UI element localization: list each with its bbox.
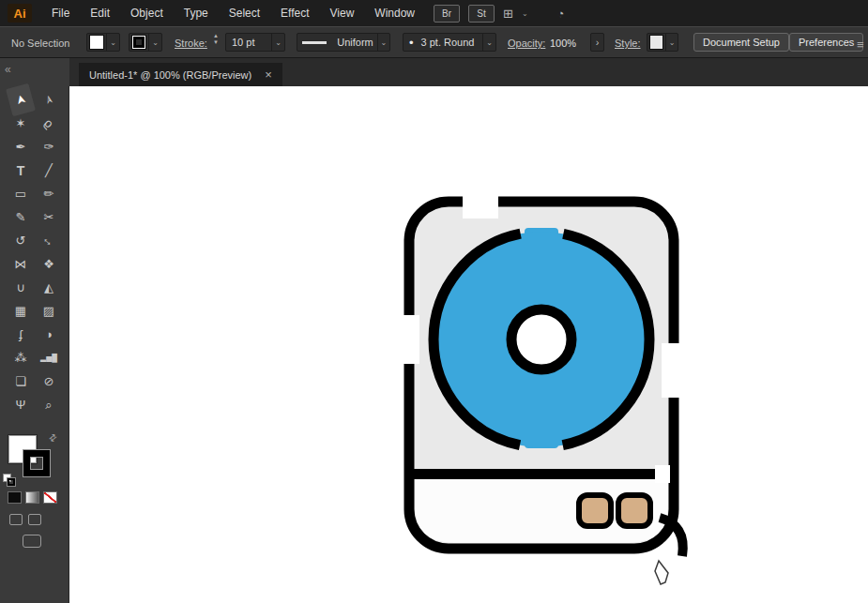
chevron-down-icon[interactable]: ⌄ [106, 34, 119, 51]
tool-eyedropper[interactable]: ʄ [7, 323, 35, 346]
tool-rectangle[interactable]: ▭ [7, 182, 35, 205]
profile-line-icon [302, 41, 327, 44]
document-tab-bar: Untitled-1* @ 100% (RGB/Preview) × [69, 58, 868, 86]
style-link[interactable]: Style: [615, 38, 641, 49]
close-icon[interactable]: × [265, 68, 272, 82]
color-mode-button[interactable] [8, 491, 22, 504]
border-gap-top [463, 190, 498, 219]
tools-panel: ➤ ➢ ✶ ϱ ✒ ✑ T ╱ ▭ ✏ ✎ ✂ ↺ ↔ ⋈ ❖ ∪ ◭ ▦ ▨ … [0, 86, 69, 603]
default-fill-stroke-icon[interactable] [3, 474, 18, 489]
menu-type[interactable]: Type [174, 0, 219, 26]
button-right-shape[interactable] [618, 495, 650, 526]
chevron-down-icon[interactable]: ⌄ [665, 34, 678, 51]
border-gap-divider [655, 465, 670, 483]
collapse-dock-icon[interactable]: « [5, 63, 11, 76]
status-circle-icon[interactable]: ◔ [557, 8, 565, 20]
stroke-weight-stepper[interactable]: ▲ ▼ [213, 33, 219, 45]
tool-hand[interactable]: Ψ [7, 393, 35, 416]
document-setup-button[interactable]: Document Setup [693, 33, 789, 52]
canvas[interactable] [69, 86, 868, 603]
tool-column-graph[interactable]: ▂▅█ [35, 346, 63, 369]
menu-object[interactable]: Object [120, 0, 174, 26]
brush-value: 3 pt. Round [416, 37, 482, 48]
tool-blend[interactable]: ◑ [35, 323, 63, 346]
flyout-arrow-icon[interactable]: › [596, 37, 600, 48]
stroke-panel-link[interactable]: Stroke: [175, 38, 207, 49]
tool-shape-builder[interactable]: ∪ [7, 276, 35, 299]
fill-swatch[interactable] [89, 35, 104, 50]
opacity-flyout-button[interactable]: › [590, 33, 604, 52]
preferences-button[interactable]: Preferences [789, 33, 863, 52]
tool-mesh[interactable]: ▦ [7, 299, 35, 323]
tool-slice[interactable]: ⊘ [35, 369, 63, 393]
tool-grid: ➤ ➢ ✶ ϱ ✒ ✑ T ╱ ▭ ✏ ✎ ✂ ↺ ↔ ⋈ ❖ ∪ ◭ ▦ ▨ … [7, 88, 63, 416]
stroke-color-well[interactable] [23, 450, 50, 476]
tool-symbol-sprayer[interactable]: ⁂ [7, 346, 35, 369]
tool-gradient[interactable]: ▨ [35, 299, 63, 323]
stroke-weight-combo[interactable]: 10 pt ⌄ [225, 33, 285, 52]
none-mode-button[interactable] [43, 491, 57, 504]
stepper-down-icon[interactable]: ▼ [213, 39, 219, 45]
stroke-weight-value: 10 pt [226, 37, 271, 48]
tool-zoom[interactable]: ⌕ [35, 393, 63, 416]
bridge-button[interactable]: Br [434, 5, 460, 23]
brush-dot-icon: • [409, 36, 414, 50]
divider-shape[interactable] [409, 469, 674, 479]
tool-paintbrush[interactable]: ✏ [35, 182, 63, 205]
width-profile-combo[interactable]: Uniform ⌄ [297, 33, 390, 52]
tool-width[interactable]: ⋈ [7, 252, 35, 276]
workspace-switcher-icon[interactable]: ⊞ [503, 8, 513, 20]
stroke-swatch[interactable] [131, 35, 146, 50]
selection-status: No Selection [11, 38, 69, 49]
menu-select[interactable]: Select [219, 0, 270, 26]
tool-rotate[interactable]: ↺ [7, 229, 35, 252]
stroke-color-combo[interactable]: ⌄ [129, 33, 162, 52]
menu-edit[interactable]: Edit [80, 0, 120, 26]
chevron-down-icon[interactable]: ⌄ [482, 34, 495, 51]
chevron-down-icon[interactable]: ⌄ [377, 34, 389, 51]
app-logo: Ai [8, 4, 32, 23]
tool-pen[interactable]: ✒ [7, 135, 35, 158]
gradient-mode-button[interactable] [25, 491, 39, 504]
hub-shape[interactable] [511, 309, 571, 369]
pen-cursor-icon [655, 561, 668, 584]
artwork[interactable] [69, 86, 868, 603]
menu-view[interactable]: View [320, 0, 365, 26]
tool-line-segment[interactable]: ╱ [35, 158, 63, 182]
tool-pencil[interactable]: ✎ [7, 205, 35, 229]
tool-perspective-grid[interactable]: ◭ [35, 276, 63, 299]
document-tab-title: Untitled-1* @ 100% (RGB/Preview) [89, 69, 251, 81]
tool-dock-header: « [0, 58, 69, 86]
draw-behind-icon[interactable] [28, 514, 41, 525]
style-swatch[interactable] [649, 35, 663, 50]
stock-button[interactable]: St [468, 5, 495, 23]
workspace-chevron-icon[interactable]: ⌄ [522, 9, 528, 18]
opacity-value[interactable]: 100% [550, 38, 576, 49]
menu-bar: Ai File Edit Object Type Select Effect V… [0, 0, 868, 26]
chevron-down-icon[interactable]: ⌄ [148, 34, 161, 51]
chevron-down-icon[interactable]: ⌄ [271, 34, 284, 51]
brush-combo[interactable]: • 3 pt. Round ⌄ [403, 33, 496, 52]
draw-normal-icon[interactable] [9, 514, 23, 525]
swap-fill-stroke-icon[interactable]: ⇄ [46, 431, 58, 445]
panel-menu-icon[interactable]: ≡ [857, 38, 864, 52]
tool-type[interactable]: T [7, 158, 35, 182]
tool-artboard[interactable]: ❏ [7, 369, 35, 393]
opacity-link[interactable]: Opacity: [508, 38, 545, 49]
control-bar: No Selection ⌄ ⌄ Stroke: ▲ ▼ 10 pt ⌄ Uni… [0, 26, 868, 58]
profile-value: Uniform [331, 37, 377, 48]
menubar-right-group: Br St ⊞ ⌄ ◔ [434, 0, 564, 26]
menu-file[interactable]: File [41, 0, 80, 26]
fill-color-combo[interactable]: ⌄ [86, 33, 120, 52]
style-combo[interactable]: ⌄ [647, 33, 678, 52]
border-gap-right [662, 343, 684, 398]
button-left-shape[interactable] [579, 495, 611, 526]
stepper-up-icon[interactable]: ▲ [213, 33, 219, 38]
menu-effect[interactable]: Effect [270, 0, 319, 26]
border-gap-left [397, 315, 419, 364]
menu-window[interactable]: Window [364, 0, 425, 26]
document-tab[interactable]: Untitled-1* @ 100% (RGB/Preview) × [79, 63, 282, 86]
screen-mode-icon[interactable] [23, 535, 41, 548]
